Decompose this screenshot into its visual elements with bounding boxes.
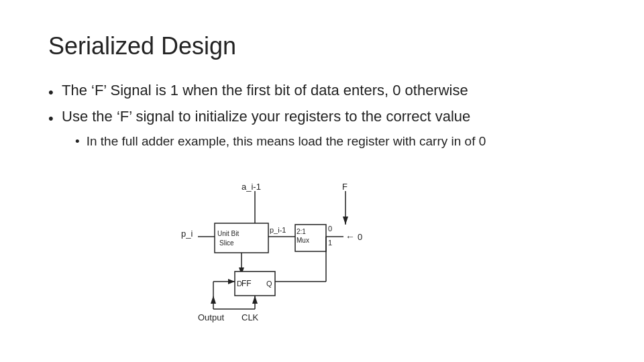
output-label: Output xyxy=(198,312,224,322)
F-arrow xyxy=(343,217,348,225)
clk-arrow xyxy=(252,296,258,304)
ff-q-label: Q xyxy=(266,280,272,288)
mux-out-0: 0 xyxy=(328,225,332,233)
mux-label-2: Mux xyxy=(297,237,309,244)
label-p-i: p_i xyxy=(181,229,193,239)
arrow-right: ← xyxy=(345,231,355,242)
circuit-diagram: a_i-1 F p_i Unit Bit Slice p_i-1 2:1 Mux… xyxy=(161,178,443,332)
bullet-2: • Use the ‘F’ signal to initialize your … xyxy=(48,108,596,127)
label-a-i-1: a_i-1 xyxy=(241,182,261,192)
clk-label: CLK xyxy=(241,312,259,322)
zero-input: 0 xyxy=(358,232,362,242)
bullet-1: • The ‘F’ Signal is 1 when the first bit… xyxy=(48,82,596,101)
bullet-1-text: The ‘F’ Signal is 1 when the first bit o… xyxy=(62,82,468,99)
label-F: F xyxy=(342,182,347,192)
sub-bullet-1-text: In the full adder example, this means lo… xyxy=(87,134,486,149)
right-arrow-d xyxy=(228,279,235,284)
mux-out-1: 1 xyxy=(328,239,332,247)
slide-title: Serialized Design xyxy=(48,32,596,60)
label-p-i-1-wire: p_i-1 xyxy=(270,226,286,234)
mux-label-1: 2:1 xyxy=(297,228,306,235)
unit-bit-slice-box xyxy=(215,223,268,253)
output-arrow xyxy=(211,296,216,304)
unit-bit-slice-label-1: Unit Bit xyxy=(217,230,239,237)
bullet-dot-2: • xyxy=(48,110,55,127)
bullet-2-text: Use the ‘F’ signal to initialize your re… xyxy=(62,108,470,125)
ff-label: FF xyxy=(241,279,252,288)
bullet-list: • The ‘F’ Signal is 1 when the first bit… xyxy=(48,82,596,149)
unit-bit-slice-label-2: Slice xyxy=(219,239,234,247)
sub-bullet-1: • In the full adder example, this means … xyxy=(75,134,596,149)
slide: Serialized Design • The ‘F’ Signal is 1 … xyxy=(0,0,644,362)
sub-bullet-dot-1: • xyxy=(75,134,80,149)
diagram-svg: a_i-1 F p_i Unit Bit Slice p_i-1 2:1 Mux… xyxy=(161,178,443,332)
ff-d-label: D xyxy=(237,280,242,288)
bullet-dot-1: • xyxy=(48,84,55,101)
